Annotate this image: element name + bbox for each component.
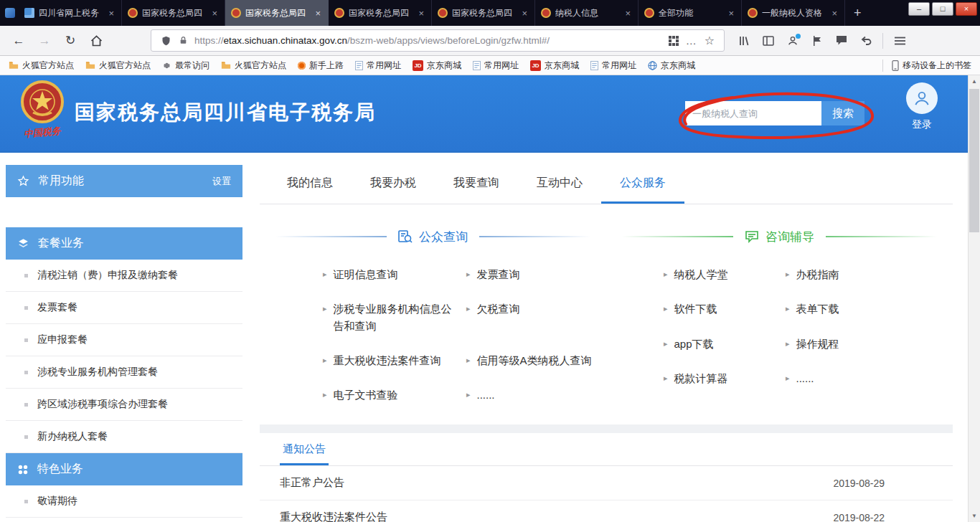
login-label[interactable]: 登录 xyxy=(903,118,941,131)
login-area[interactable]: 登录 xyxy=(903,82,941,131)
service-link[interactable]: ▸...... xyxy=(786,370,953,386)
tab-close-icon[interactable]: × xyxy=(830,8,839,19)
chat-icon[interactable] xyxy=(831,30,852,52)
bookmark-item[interactable]: 常用网址 xyxy=(590,60,636,72)
sidebar-special-header[interactable]: 特色业务 xyxy=(6,453,242,485)
menu-icon[interactable] xyxy=(889,30,910,52)
sidebar-item[interactable]: 跨区域涉税事项综合办理套餐 xyxy=(6,389,242,421)
bookmark-item[interactable]: 京东商城 xyxy=(648,60,695,72)
address-bar[interactable]: https://etax.sichuan.chinatax.gov.cn/bsz… xyxy=(151,29,725,52)
browser-tab[interactable]: 纳税人信息 × xyxy=(535,0,639,26)
browser-titlebar: 四川省网上税务 × 国家税务总局四 × 国家税务总局四 × 国家税务总局四 × … xyxy=(0,0,980,26)
vertical-scrollbar[interactable]: ▲ ▼ xyxy=(968,75,980,522)
bookmark-item[interactable]: 新手上路 xyxy=(298,60,344,72)
browser-tab[interactable]: 国家税务总局四 × xyxy=(122,0,225,26)
service-link[interactable]: ▸办税指南 xyxy=(786,266,953,283)
sidebar-package-header[interactable]: 套餐业务 xyxy=(6,227,242,260)
bookmark-item[interactable]: JD 京东商城 xyxy=(530,60,579,72)
sidebar-item[interactable]: 应申报套餐 xyxy=(6,324,242,356)
service-link[interactable]: ▸...... xyxy=(466,386,606,403)
browser-tab[interactable]: 四川省网上税务 × xyxy=(19,0,122,26)
service-link[interactable]: ▸重大税收违法案件查询 xyxy=(323,352,466,369)
service-link[interactable]: ▸税款计算器 xyxy=(664,370,786,386)
service-link[interactable]: ▸表单下载 xyxy=(786,300,953,317)
search-input[interactable] xyxy=(685,101,821,125)
tab-close-icon[interactable]: × xyxy=(727,8,735,19)
service-link[interactable]: ▸涉税专业服务机构信息公告和查询 xyxy=(323,300,466,334)
mobile-bookmarks[interactable]: 移动设备上的书签 xyxy=(882,60,971,72)
service-link[interactable]: ▸电子文书查验 xyxy=(323,386,466,403)
tab-close-icon[interactable]: × xyxy=(417,8,425,19)
bookmark-item[interactable]: JD 京东商城 xyxy=(413,60,461,72)
tab-tax-handling[interactable]: 我要办税 xyxy=(352,165,435,204)
sidebar-item[interactable]: 发票套餐 xyxy=(6,292,242,324)
browser-tab[interactable]: 国家税务总局四 × xyxy=(329,0,432,26)
forward-button[interactable]: → xyxy=(33,29,56,52)
lock-icon[interactable] xyxy=(179,35,188,46)
user-icon[interactable] xyxy=(906,82,938,114)
bookmark-star-icon[interactable]: ☆ xyxy=(705,34,715,47)
account-icon[interactable] xyxy=(782,30,804,52)
browser-tab[interactable]: 全部功能 × xyxy=(639,0,742,26)
bookmark-item[interactable]: 常用网址 xyxy=(355,60,401,72)
service-link[interactable]: ▸app下载 xyxy=(664,336,786,352)
qr-code-icon[interactable] xyxy=(669,36,679,46)
tab-close-icon[interactable]: × xyxy=(107,8,116,19)
sidebar-item[interactable]: 涉税专业服务机构管理套餐 xyxy=(6,356,242,389)
tab-close-icon[interactable]: × xyxy=(623,8,632,19)
search-button[interactable]: 搜索 xyxy=(821,101,864,125)
settings-button[interactable]: 设置 xyxy=(212,175,231,188)
tab-strip: 四川省网上税务 × 国家税务总局四 × 国家税务总局四 × 国家税务总局四 × … xyxy=(19,0,845,26)
service-link[interactable]: ▸软件下载 xyxy=(664,300,786,317)
reload-button[interactable]: ↻ xyxy=(59,29,82,52)
close-button[interactable]: × xyxy=(956,2,977,16)
back-button[interactable]: ← xyxy=(7,29,30,52)
url-text[interactable]: https://etax.sichuan.chinatax.gov.cn/bsz… xyxy=(194,35,665,46)
bookmark-item[interactable]: 最常访问 xyxy=(162,60,209,72)
flag-icon[interactable] xyxy=(806,30,828,52)
bookmark-item[interactable]: 常用网址 xyxy=(473,60,519,72)
scrollbar-thumb[interactable] xyxy=(969,89,979,232)
tab-my-info[interactable]: 我的信息 xyxy=(268,165,352,204)
bookmark-item[interactable]: 火狐官方站点 xyxy=(221,60,286,72)
bookmark-item[interactable]: 火狐官方站点 xyxy=(9,60,74,72)
page-actions-icon[interactable]: … xyxy=(686,34,697,47)
scroll-up-icon[interactable]: ▲ xyxy=(969,75,980,87)
notice-item[interactable]: 重大税收违法案件公告 2019-08-22 xyxy=(260,500,953,522)
library-icon[interactable] xyxy=(733,30,755,52)
undo-icon[interactable] xyxy=(855,30,877,52)
jd-logo-icon: JD xyxy=(413,60,423,71)
service-link[interactable]: ▸欠税查询 xyxy=(466,300,606,334)
notice-item[interactable]: 非正常户公告 2019-08-29 xyxy=(260,466,953,500)
tab-interaction[interactable]: 互动中心 xyxy=(518,165,601,204)
scroll-down-icon[interactable]: ▼ xyxy=(969,510,980,522)
tab-close-icon[interactable]: × xyxy=(520,8,529,19)
tab-notices[interactable]: 通知公告 xyxy=(280,433,329,465)
tab-close-icon[interactable]: × xyxy=(314,8,322,19)
notice-title: 非正常户公告 xyxy=(280,476,344,490)
service-link[interactable]: ▸纳税人学堂 xyxy=(664,266,786,283)
shield-icon[interactable] xyxy=(161,35,171,47)
browser-tab[interactable]: 国家税务总局四 × xyxy=(432,0,535,26)
home-button[interactable] xyxy=(85,29,108,52)
service-link[interactable]: ▸操作规程 xyxy=(786,336,953,352)
arrow-icon: ▸ xyxy=(323,300,327,334)
tab-query[interactable]: 我要查询 xyxy=(435,165,518,204)
browser-tab-active[interactable]: 国家税务总局四 × xyxy=(225,0,329,26)
browser-tab[interactable]: 一般纳税人资格 × xyxy=(742,0,845,26)
bookmark-item[interactable]: 火狐官方站点 xyxy=(85,60,151,72)
logo-caption: 中国税务 xyxy=(17,124,67,141)
sidebar-item[interactable]: 清税注销（费）申报及缴纳套餐 xyxy=(6,260,242,292)
sidebar-item[interactable]: 敬请期待 xyxy=(6,485,242,518)
service-link[interactable]: ▸信用等级A类纳税人查询 xyxy=(466,352,606,369)
service-link[interactable]: ▸发票查询 xyxy=(466,266,606,283)
service-link[interactable]: ▸证明信息查询 xyxy=(323,266,466,283)
tab-public-service[interactable]: 公众服务 xyxy=(601,165,684,204)
minimize-button[interactable]: – xyxy=(908,2,930,16)
sidebar-toggle-icon[interactable] xyxy=(758,30,779,52)
sidebar-item[interactable]: 新办纳税人套餐 xyxy=(6,421,242,453)
sidebar-common-header[interactable]: 常用功能 设置 xyxy=(6,165,242,197)
tab-close-icon[interactable]: × xyxy=(210,8,219,19)
new-tab-button[interactable]: + xyxy=(845,0,870,26)
maximize-button[interactable]: □ xyxy=(932,2,953,16)
